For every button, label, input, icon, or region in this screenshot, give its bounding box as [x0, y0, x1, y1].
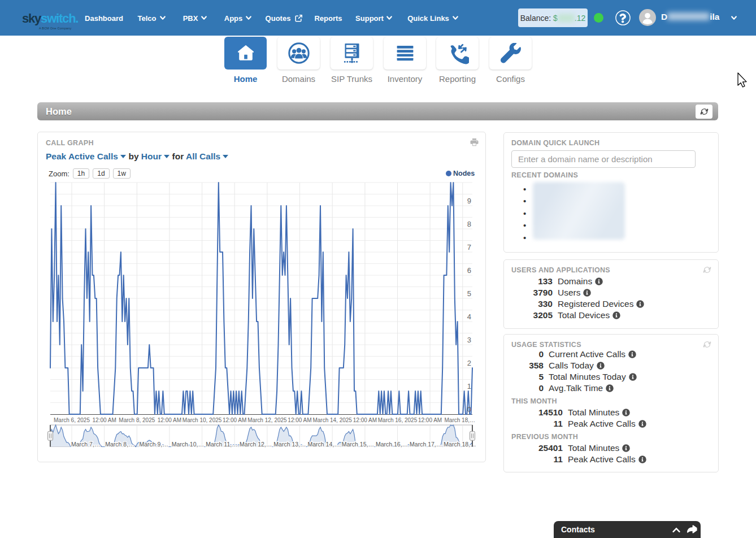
svg-text:March 11,…: March 11,…	[206, 441, 237, 448]
svg-text:1: 1	[467, 382, 471, 391]
svg-text:March 16,…: March 16,…	[376, 441, 408, 448]
svg-text:March 12, 2025: March 12, 2025	[247, 417, 287, 423]
svg-text:March 13,…: March 13,…	[273, 441, 306, 448]
svg-text:7: 7	[467, 243, 471, 251]
svg-text:March 9,…: March 9,…	[139, 441, 168, 448]
svg-text:March 18,…: March 18,…	[445, 417, 475, 423]
svg-text:March 18,…: March 18,…	[444, 441, 476, 448]
svg-text:5: 5	[467, 289, 471, 298]
svg-text:March 8,…: March 8,…	[105, 441, 134, 448]
svg-text:March 14, 2025: March 14, 2025	[312, 417, 352, 423]
svg-text:March 12,…: March 12,…	[240, 441, 272, 448]
svg-text:March 17,…: March 17,…	[410, 441, 442, 448]
svg-text:March 16, 2025: March 16, 2025	[378, 417, 418, 423]
svg-text:March 10,…: March 10,…	[172, 441, 204, 448]
svg-text:12:00 AM: 12:00 AM	[353, 417, 377, 423]
svg-text:2: 2	[467, 359, 471, 367]
svg-text:6: 6	[467, 266, 471, 275]
svg-text:March 15,…: March 15,…	[342, 441, 374, 448]
svg-text:12:00 AM: 12:00 AM	[418, 417, 442, 423]
svg-text:12:00 AM: 12:00 AM	[93, 417, 116, 423]
svg-text:March 10, 2025: March 10, 2025	[183, 417, 222, 423]
svg-text:March 8, 2025: March 8, 2025	[119, 417, 155, 423]
svg-text:3: 3	[467, 336, 471, 344]
svg-text:8: 8	[467, 220, 471, 228]
svg-text:4: 4	[467, 313, 471, 321]
svg-text:12:00 AM: 12:00 AM	[288, 417, 311, 423]
svg-text:12:00 AM: 12:00 AM	[158, 417, 181, 423]
svg-text:March 14,…: March 14,…	[308, 441, 340, 448]
svg-text:March 6, 2025: March 6, 2025	[54, 417, 90, 423]
svg-text:9: 9	[467, 197, 471, 205]
svg-text:0: 0	[467, 405, 471, 414]
svg-text:12:00 AM: 12:00 AM	[223, 417, 246, 423]
svg-text:March 7,…: March 7,…	[71, 441, 100, 448]
